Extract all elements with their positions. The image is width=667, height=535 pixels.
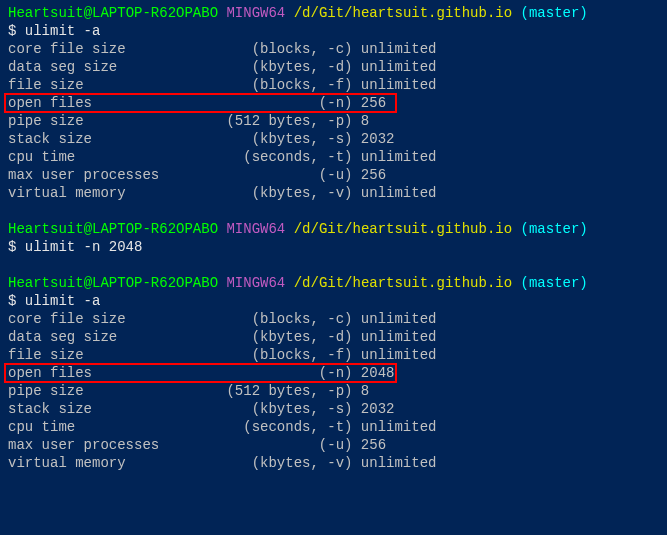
prompt-line: Heartsuit@LAPTOP-R62OPABO MINGW64 /d/Git… — [8, 274, 659, 292]
ulimit-row: stack size (kbytes, -s) 2032 — [8, 130, 659, 148]
prompt-branch: (master) — [512, 5, 588, 21]
cmd-ulimit-a-2: $ ulimit -a — [8, 292, 659, 310]
prompt-host: LAPTOP-R62OPABO — [92, 221, 218, 237]
ulimit-row: file size (blocks, -f) unlimited — [8, 346, 659, 364]
ulimit-row: file size (blocks, -f) unlimited — [8, 76, 659, 94]
ulimit-row: stack size (kbytes, -s) 2032 — [8, 400, 659, 418]
prompt-user: Heartsuit — [8, 275, 84, 291]
prompt-host: LAPTOP-R62OPABO — [92, 275, 218, 291]
prompt-shell: MINGW64 — [218, 275, 294, 291]
prompt-branch: (master) — [512, 275, 588, 291]
blank-line — [8, 256, 659, 274]
prompt-shell: MINGW64 — [218, 5, 294, 21]
prompt-line: Heartsuit@LAPTOP-R62OPABO MINGW64 /d/Git… — [8, 220, 659, 238]
ulimit-row: cpu time (seconds, -t) unlimited — [8, 148, 659, 166]
prompt-line: Heartsuit@LAPTOP-R62OPABO MINGW64 /d/Git… — [8, 4, 659, 22]
cmd-ulimit-a-1: $ ulimit -a — [8, 22, 659, 40]
cmd-ulimit-set: $ ulimit -n 2048 — [8, 238, 659, 256]
ulimit-row: data seg size (kbytes, -d) unlimited — [8, 328, 659, 346]
blank-line — [8, 202, 659, 220]
ulimit-row: max user processes (-u) 256 — [8, 166, 659, 184]
ulimit-row-highlight: open files (-n) 2048 — [8, 364, 659, 382]
ulimit-row: virtual memory (kbytes, -v) unlimited — [8, 454, 659, 472]
ulimit-row: cpu time (seconds, -t) unlimited — [8, 418, 659, 436]
prompt-at: @ — [84, 5, 92, 21]
ulimit-row: max user processes (-u) 256 — [8, 436, 659, 454]
prompt-host: LAPTOP-R62OPABO — [92, 5, 218, 21]
prompt-user: Heartsuit — [8, 221, 84, 237]
prompt-at: @ — [84, 275, 92, 291]
prompt-shell: MINGW64 — [218, 221, 294, 237]
prompt-at: @ — [84, 221, 92, 237]
prompt-path: /d/Git/heartsuit.github.io — [294, 275, 512, 291]
prompt-branch: (master) — [512, 221, 588, 237]
prompt-path: /d/Git/heartsuit.github.io — [294, 221, 512, 237]
prompt-path: /d/Git/heartsuit.github.io — [294, 5, 512, 21]
ulimit-row: data seg size (kbytes, -d) unlimited — [8, 58, 659, 76]
terminal[interactable]: Heartsuit@LAPTOP-R62OPABO MINGW64 /d/Git… — [8, 4, 659, 472]
ulimit-row: pipe size (512 bytes, -p) 8 — [8, 112, 659, 130]
ulimit-row: core file size (blocks, -c) unlimited — [8, 40, 659, 58]
prompt-user: Heartsuit — [8, 5, 84, 21]
ulimit-row: pipe size (512 bytes, -p) 8 — [8, 382, 659, 400]
ulimit-row: core file size (blocks, -c) unlimited — [8, 310, 659, 328]
ulimit-row: virtual memory (kbytes, -v) unlimited — [8, 184, 659, 202]
ulimit-row-highlight: open files (-n) 256 — [8, 94, 659, 112]
